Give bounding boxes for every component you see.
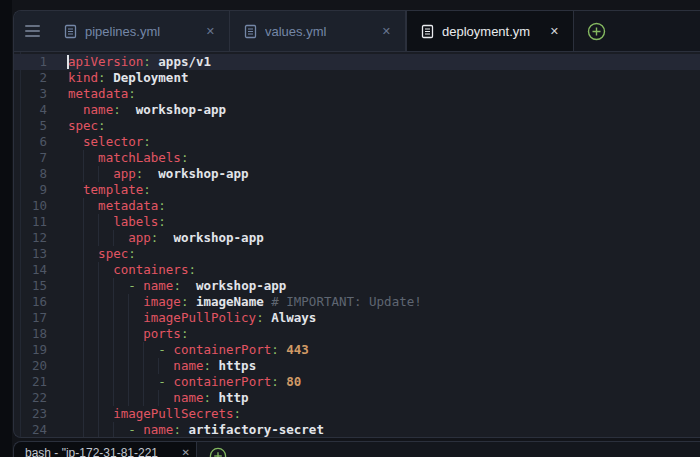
editor-panel: pipelines.yml ✕ values.yml ✕ deployment. [13, 10, 700, 438]
code-line[interactable]: 22 name: http [14, 390, 700, 406]
indent-guide-line [83, 358, 84, 374]
line-number: 20 [14, 358, 47, 374]
code-line[interactable]: 24 - name: artifactory-secret [14, 422, 700, 438]
terminal-new-tab-area [197, 442, 229, 457]
indent-guide-line [158, 358, 159, 374]
indent-guide-line [98, 422, 99, 438]
code-text: apiVersion: apps/v1 [68, 54, 211, 70]
line-number: 21 [14, 374, 47, 390]
indent-guide-line [98, 262, 99, 278]
code-line[interactable]: 4 name: workshop-app [14, 102, 700, 118]
line-number: 2 [14, 70, 47, 86]
close-icon[interactable]: ✕ [202, 23, 219, 40]
terminal-tab-bash[interactable]: bash - "ip-172-31-81-221 ✕ [14, 442, 197, 457]
terminal-tab-label: bash - "ip-172-31-81-221 [25, 446, 176, 457]
indent-guide-line [83, 422, 84, 438]
code-text: name: http [68, 390, 249, 406]
code-line[interactable]: 13 spec: [14, 246, 700, 262]
code-line[interactable]: 17 imagePullPolicy: Always [14, 310, 700, 326]
indent-guide-line [98, 214, 99, 230]
line-number: 13 [14, 246, 47, 262]
code-text: matchLabels: [68, 150, 188, 166]
indent-guide-line [113, 294, 114, 310]
code-text: metadata: [68, 198, 166, 214]
code-editor[interactable]: 1apiVersion: apps/v12kind: Deployment3me… [14, 52, 700, 438]
close-icon[interactable]: ✕ [546, 23, 563, 40]
code-text: - containerPort: 80 [68, 374, 301, 390]
hamburger-menu-icon[interactable] [14, 11, 50, 51]
code-text: name: https [68, 358, 256, 374]
line-number: 11 [14, 214, 47, 230]
indent-guide-line [98, 278, 99, 294]
line-number: 1 [14, 54, 47, 70]
code-line[interactable]: 20 name: https [14, 358, 700, 374]
code-line[interactable]: 14 containers: [14, 262, 700, 278]
code-line[interactable]: 18 ports: [14, 326, 700, 342]
line-number: 5 [14, 118, 47, 134]
tab-values-yml[interactable]: values.yml ✕ [230, 11, 406, 51]
indent-guide-line [83, 278, 84, 294]
line-number: 9 [14, 182, 47, 198]
indent-guide-line [113, 374, 114, 390]
indent-guide-line [98, 294, 99, 310]
code-line[interactable]: 1apiVersion: apps/v1 [14, 54, 700, 70]
indent-guide-line [98, 406, 99, 422]
indent-guide-line [98, 166, 99, 182]
code-text: app: workshop-app [68, 230, 264, 246]
indent-guide-line [83, 230, 84, 246]
left-edge-strip [0, 0, 12, 457]
code-line[interactable]: 19 - containerPort: 443 [14, 342, 700, 358]
code-line[interactable]: 23 imagePullSecrets: [14, 406, 700, 422]
indent-guide-line [128, 390, 129, 406]
indent-guide-line [113, 278, 114, 294]
line-number: 10 [14, 198, 47, 214]
indent-guide-line [158, 390, 159, 406]
indent-guide-line [83, 262, 84, 278]
indent-guide-line [83, 150, 84, 166]
indent-guide-line [83, 374, 84, 390]
indent-guide-line [98, 374, 99, 390]
line-number: 7 [14, 150, 47, 166]
indent-guide-line [113, 390, 114, 406]
close-icon[interactable]: ✕ [182, 446, 190, 457]
close-icon[interactable]: ✕ [378, 23, 395, 40]
code-line[interactable]: 21 - containerPort: 80 [14, 374, 700, 390]
line-number: 14 [14, 262, 47, 278]
code-line[interactable]: 6 selector: [14, 134, 700, 150]
code-line[interactable]: 5spec: [14, 118, 700, 134]
new-tab-icon[interactable] [585, 20, 607, 42]
indent-guide-line [83, 294, 84, 310]
indent-guide-line [113, 422, 114, 438]
line-number: 12 [14, 230, 47, 246]
indent-guide-line [98, 390, 99, 406]
code-text: image: imageName # IMPORTANT: Update! [68, 294, 422, 310]
indent-guide-line [113, 358, 114, 374]
new-terminal-icon[interactable] [207, 445, 229, 457]
line-number: 24 [14, 422, 47, 438]
line-number: 19 [14, 342, 47, 358]
line-number: 6 [14, 134, 47, 150]
tab-pipelines-yml[interactable]: pipelines.yml ✕ [50, 11, 230, 51]
line-number: 22 [14, 390, 47, 406]
code-line[interactable]: 7 matchLabels: [14, 150, 700, 166]
code-line[interactable]: 9 template: [14, 182, 700, 198]
code-line[interactable]: 11 labels: [14, 214, 700, 230]
code-line[interactable]: 15 - name: workshop-app [14, 278, 700, 294]
line-number: 15 [14, 278, 47, 294]
tab-bar-empty-area [574, 11, 700, 51]
code-line[interactable]: 16 image: imageName # IMPORTANT: Update! [14, 294, 700, 310]
code-text: spec: [68, 246, 136, 262]
code-line[interactable]: 8 app: workshop-app [14, 166, 700, 182]
code-text: spec: [68, 118, 106, 134]
terminal-panel: bash - "ip-172-31-81-221 ✕ [13, 441, 700, 457]
code-text: labels: [68, 214, 166, 230]
line-number: 18 [14, 326, 47, 342]
tab-deployment-yml[interactable]: deployment.yml ✕ [406, 11, 574, 51]
code-line[interactable]: 3metadata: [14, 86, 700, 102]
line-number: 23 [14, 406, 47, 422]
code-line[interactable]: 2kind: Deployment [14, 70, 700, 86]
code-line[interactable]: 10 metadata: [14, 198, 700, 214]
code-line[interactable]: 12 app: workshop-app [14, 230, 700, 246]
indent-guide-line [143, 390, 144, 406]
indent-guide-line [128, 294, 129, 310]
